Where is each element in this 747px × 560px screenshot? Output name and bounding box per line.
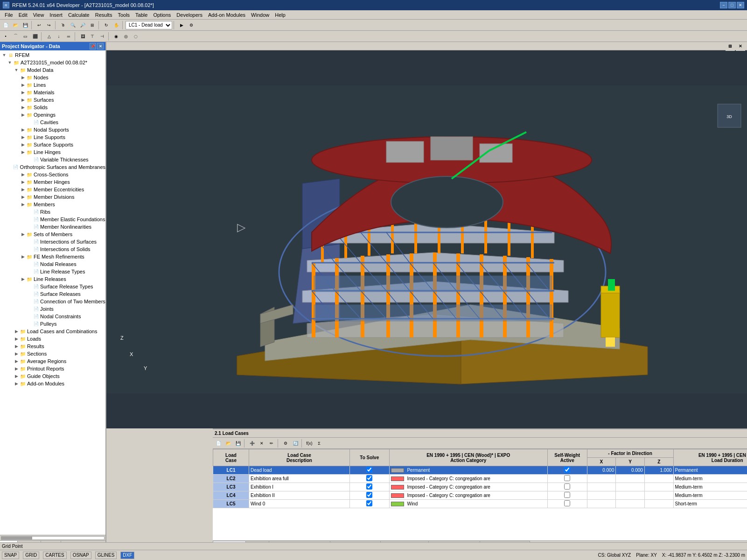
lc-tb-add[interactable]: ➕ bbox=[247, 439, 257, 448]
tree-item-nodal-constraints[interactable]: 📄 Nodal Constraints bbox=[0, 313, 105, 320]
load-case-selector[interactable]: LC1 - Dead load bbox=[126, 21, 172, 29]
tb-run[interactable]: ▶ bbox=[177, 21, 186, 30]
tb-save[interactable]: 💾 bbox=[21, 21, 30, 30]
cell-to-solve[interactable] bbox=[349, 475, 389, 483]
tree-item-member-divisions[interactable]: ▶ 📁 Member Divisions bbox=[0, 193, 105, 201]
tb-line[interactable]: ⌒ bbox=[11, 32, 20, 41]
tree-item-load-cases-comb[interactable]: ▶ 📁 Load Cases and Combinations bbox=[0, 328, 105, 335]
tb-pan[interactable]: ✋ bbox=[112, 21, 121, 30]
grid-toggle[interactable]: GRID bbox=[23, 552, 39, 559]
tree-item-pulleys[interactable]: 📄 Pulleys bbox=[0, 320, 105, 328]
toggle-fe-mesh[interactable]: ▶ bbox=[20, 253, 26, 260]
tree-item-model-data[interactable]: ▼ 📁 Model Data bbox=[0, 66, 105, 74]
menu-addon[interactable]: Add-on Modules bbox=[205, 11, 248, 19]
tree-item-orthotropic[interactable]: 📄 Orthotropic Surfaces and Membranes bbox=[0, 163, 105, 171]
menu-tools[interactable]: Tools bbox=[115, 11, 133, 19]
lc-tb-save[interactable]: 💾 bbox=[233, 439, 243, 448]
toggle-surface-supports[interactable]: ▶ bbox=[20, 141, 26, 148]
osnap-toggle[interactable]: OSNAP bbox=[70, 552, 91, 559]
toggle-nodal-supports[interactable]: ▶ bbox=[20, 126, 26, 133]
tree-item-surface-releases[interactable]: 📄 Surface Releases bbox=[0, 290, 105, 298]
tree-item-line-release-types[interactable]: 📄 Line Release Types bbox=[0, 268, 105, 275]
toggle-results[interactable]: ▶ bbox=[13, 343, 20, 350]
cell-self-weight[interactable] bbox=[547, 475, 587, 483]
tree-item-surface-supports[interactable]: ▶ 📁 Surface Supports bbox=[0, 141, 105, 148]
tree-item-surfaces[interactable]: ▶ 📁 Surfaces bbox=[0, 96, 105, 104]
tree-item-average-regions[interactable]: ▶ 📁 Average Regions bbox=[0, 357, 105, 365]
navigator-pin-button[interactable]: 📌 bbox=[90, 43, 96, 49]
table-row[interactable]: LC4 Exhibition II Imposed - Category C: … bbox=[213, 491, 747, 500]
tb-hidden[interactable]: ◌ bbox=[131, 32, 140, 41]
table-row[interactable]: LC2 Exhibition area full Imposed - Categ… bbox=[213, 475, 747, 483]
tree-item-intersect-surfaces[interactable]: 📄 Intersections of Surfaces bbox=[0, 238, 105, 245]
tree-item-openings[interactable]: ▶ 📁 Openings bbox=[0, 111, 105, 119]
snap-toggle[interactable]: SNAP bbox=[2, 552, 19, 559]
toggle-member-eccentricities[interactable]: ▶ bbox=[20, 186, 26, 193]
tb-load[interactable]: ↓ bbox=[54, 32, 63, 41]
tree-item-surface-release-types[interactable]: 📄 Surface Release Types bbox=[0, 283, 105, 290]
tree-item-fe-mesh[interactable]: ▶ 📁 FE Mesh Refinements bbox=[0, 253, 105, 260]
tb-zoom-out[interactable]: 🔎 bbox=[78, 21, 87, 30]
toggle-printout-reports[interactable]: ▶ bbox=[13, 365, 20, 372]
menu-file[interactable]: File bbox=[2, 11, 16, 19]
tree-item-cavities[interactable]: 📄 Cavities bbox=[0, 119, 105, 126]
tree-item-lines[interactable]: ▶ 📁 Lines bbox=[0, 81, 105, 89]
cell-to-solve[interactable] bbox=[349, 500, 389, 508]
toggle-line-hinges[interactable]: ▶ bbox=[20, 149, 26, 155]
tb-select[interactable]: 🖱 bbox=[58, 21, 68, 30]
view-close-btn[interactable]: ✕ bbox=[736, 42, 745, 51]
tb-render[interactable]: ◉ bbox=[112, 32, 121, 41]
tree-item-connection-two[interactable]: 📄 Connection of Two Members bbox=[0, 298, 105, 305]
tree-item-members[interactable]: ▶ 📁 Members bbox=[0, 201, 105, 208]
tree-item-printout-reports[interactable]: ▶ 📁 Printout Reports bbox=[0, 365, 105, 372]
tree-item-sets-of-members[interactable]: ▶ 📁 Sets of Members bbox=[0, 231, 105, 238]
tb-surface[interactable]: ▭ bbox=[21, 32, 30, 41]
menu-insert[interactable]: Insert bbox=[47, 11, 65, 19]
minimize-button[interactable]: − bbox=[720, 2, 727, 8]
lc-tb-refresh[interactable]: 🔄 bbox=[291, 439, 300, 448]
view-restore-btn[interactable]: ⊞ bbox=[726, 42, 735, 51]
tree-item-solids[interactable]: ▶ 📁 Solids bbox=[0, 104, 105, 111]
tree-item-addon-modules[interactable]: ▶ 📁 Add-on Modules bbox=[0, 380, 105, 387]
tree-item-member-hinges[interactable]: ▶ 📁 Member Hinges bbox=[0, 178, 105, 186]
cell-self-weight[interactable] bbox=[547, 483, 587, 491]
tb-solid[interactable]: ⬛ bbox=[30, 32, 40, 41]
tb-open[interactable]: 📂 bbox=[11, 21, 20, 30]
tree-item-results[interactable]: ▶ 📁 Results bbox=[0, 343, 105, 350]
toggle-project[interactable]: ▼ bbox=[7, 59, 13, 66]
tb-rotate[interactable]: ↻ bbox=[102, 21, 111, 30]
cell-to-solve[interactable] bbox=[349, 491, 389, 500]
tree-item-guide-objects[interactable]: ▶ 📁 Guide Objects bbox=[0, 372, 105, 380]
toggle-rfem[interactable]: ▼ bbox=[1, 52, 7, 58]
tree-item-rfem[interactable]: ▼ 🖥 RFEM bbox=[0, 51, 105, 59]
cell-to-solve[interactable] bbox=[349, 466, 389, 475]
tree-item-nodal-supports[interactable]: ▶ 📁 Nodal Supports bbox=[0, 126, 105, 133]
tree-item-project[interactable]: ▼ 📁 A2T231015_model 00.08.02* bbox=[0, 59, 105, 66]
tb-calc[interactable]: ⚙ bbox=[187, 21, 196, 30]
menu-window[interactable]: Window bbox=[248, 11, 272, 19]
glines-toggle[interactable]: GLINES bbox=[95, 552, 117, 559]
toggle-addon-modules[interactable]: ▶ bbox=[13, 380, 20, 387]
toggle-members[interactable]: ▶ bbox=[20, 201, 26, 208]
tree-item-variable-thicknesses[interactable]: 📄 Variable Thicknesses bbox=[0, 156, 105, 163]
tb-member[interactable]: ═ bbox=[64, 32, 73, 41]
table-row[interactable]: LC3 Exhibition I Imposed - Category C: c… bbox=[213, 483, 747, 491]
lc-tb-calc[interactable]: ⚙ bbox=[281, 439, 290, 448]
cell-self-weight[interactable] bbox=[547, 491, 587, 500]
menu-view[interactable]: View bbox=[30, 11, 47, 19]
toggle-nodes[interactable]: ▶ bbox=[20, 74, 26, 81]
toggle-average-regions[interactable]: ▶ bbox=[13, 358, 20, 364]
tb-view-front[interactable]: ⊣ bbox=[98, 32, 107, 41]
tree-item-ribs[interactable]: 📄 Ribs bbox=[0, 208, 105, 216]
tb-new[interactable]: 📄 bbox=[1, 21, 10, 30]
toggle-materials[interactable]: ▶ bbox=[20, 89, 26, 96]
tree-item-loads[interactable]: ▶ 📁 Loads bbox=[0, 335, 105, 343]
tb-undo[interactable]: ↩ bbox=[35, 21, 44, 30]
toggle-member-hinges[interactable]: ▶ bbox=[20, 179, 26, 185]
toggle-solids[interactable]: ▶ bbox=[20, 104, 26, 111]
close-button[interactable]: ✕ bbox=[737, 2, 744, 8]
tree-item-member-nonlin[interactable]: 📄 Member Nonlinearities bbox=[0, 223, 105, 231]
toggle-line-supports[interactable]: ▶ bbox=[20, 134, 26, 140]
lc-tb-sigma[interactable]: Σ bbox=[314, 439, 324, 448]
table-row[interactable]: LC1 Dead load Permanent 0.000 0.000 1.00… bbox=[213, 466, 747, 475]
